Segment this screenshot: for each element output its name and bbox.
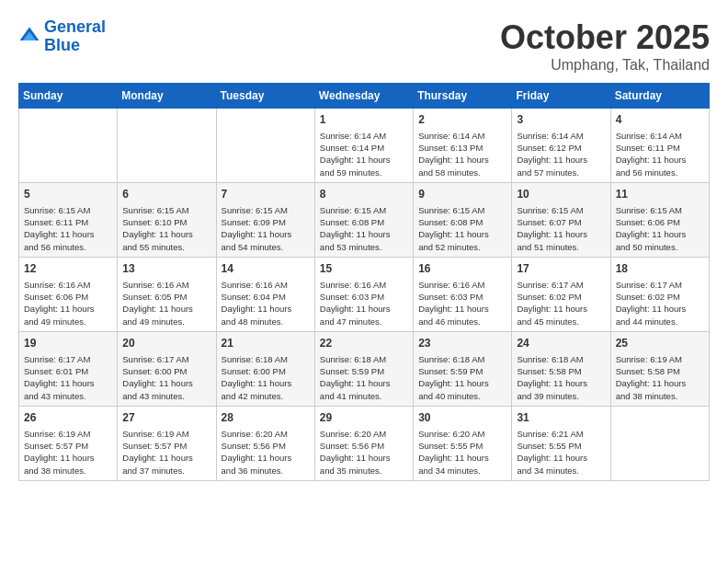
day-info: Sunrise: 6:19 AM Sunset: 5:57 PM Dayligh… — [24, 428, 112, 477]
day-header-friday: Friday — [512, 84, 610, 109]
calendar-cell: 25Sunrise: 6:19 AM Sunset: 5:58 PM Dayli… — [610, 331, 709, 406]
day-number: 29 — [320, 410, 408, 426]
day-header-wednesday: Wednesday — [314, 84, 413, 109]
day-number: 18 — [616, 261, 704, 277]
day-info: Sunrise: 6:14 AM Sunset: 6:14 PM Dayligh… — [320, 130, 408, 178]
calendar-cell: 15Sunrise: 6:16 AM Sunset: 6:03 PM Dayli… — [314, 257, 413, 331]
day-number: 19 — [24, 336, 112, 351]
day-header-saturday: Saturday — [610, 84, 709, 109]
calendar-cell: 23Sunrise: 6:18 AM Sunset: 5:59 PM Dayli… — [414, 331, 512, 406]
day-number: 2 — [418, 112, 506, 128]
day-header-monday: Monday — [118, 84, 216, 109]
logo-icon — [18, 26, 40, 48]
day-info: Sunrise: 6:16 AM Sunset: 6:03 PM Dayligh… — [418, 279, 506, 327]
day-info: Sunrise: 6:15 AM Sunset: 6:06 PM Dayligh… — [616, 204, 704, 253]
day-info: Sunrise: 6:17 AM Sunset: 6:01 PM Dayligh… — [24, 353, 112, 402]
calendar-cell: 2Sunrise: 6:14 AM Sunset: 6:13 PM Daylig… — [414, 109, 512, 183]
calendar-cell: 26Sunrise: 6:19 AM Sunset: 5:57 PM Dayli… — [19, 406, 118, 480]
logo-text: General Blue — [44, 18, 106, 55]
day-header-sunday: Sunday — [19, 84, 118, 109]
day-info: Sunrise: 6:19 AM Sunset: 5:58 PM Dayligh… — [616, 353, 704, 402]
day-info: Sunrise: 6:14 AM Sunset: 6:13 PM Dayligh… — [418, 130, 506, 178]
day-number: 8 — [320, 187, 408, 202]
day-info: Sunrise: 6:20 AM Sunset: 5:55 PM Dayligh… — [418, 428, 506, 477]
day-info: Sunrise: 6:15 AM Sunset: 6:08 PM Dayligh… — [418, 204, 506, 253]
calendar-cell: 20Sunrise: 6:17 AM Sunset: 6:00 PM Dayli… — [118, 331, 216, 406]
calendar-cell: 7Sunrise: 6:15 AM Sunset: 6:09 PM Daylig… — [216, 182, 314, 257]
page-header: General Blue October 2025 Umphang, Tak, … — [18, 18, 710, 74]
calendar-cell: 10Sunrise: 6:15 AM Sunset: 6:07 PM Dayli… — [512, 182, 610, 257]
day-number: 15 — [320, 261, 408, 277]
day-info: Sunrise: 6:15 AM Sunset: 6:10 PM Dayligh… — [122, 204, 210, 253]
calendar-cell: 5Sunrise: 6:15 AM Sunset: 6:11 PM Daylig… — [19, 182, 118, 257]
calendar-cell: 21Sunrise: 6:18 AM Sunset: 6:00 PM Dayli… — [216, 331, 314, 406]
day-info: Sunrise: 6:18 AM Sunset: 5:58 PM Dayligh… — [517, 353, 605, 402]
calendar-cell: 9Sunrise: 6:15 AM Sunset: 6:08 PM Daylig… — [414, 182, 512, 257]
calendar-cell: 31Sunrise: 6:21 AM Sunset: 5:55 PM Dayli… — [512, 406, 610, 480]
day-header-tuesday: Tuesday — [216, 84, 314, 109]
day-info: Sunrise: 6:16 AM Sunset: 6:03 PM Dayligh… — [320, 279, 408, 327]
day-info: Sunrise: 6:17 AM Sunset: 6:02 PM Dayligh… — [517, 279, 605, 327]
day-number: 28 — [222, 410, 310, 426]
day-info: Sunrise: 6:14 AM Sunset: 6:12 PM Dayligh… — [517, 130, 605, 178]
day-number: 10 — [517, 187, 605, 202]
calendar-cell: 19Sunrise: 6:17 AM Sunset: 6:01 PM Dayli… — [19, 331, 118, 406]
day-number: 6 — [122, 187, 210, 202]
calendar-cell: 13Sunrise: 6:16 AM Sunset: 6:05 PM Dayli… — [118, 257, 216, 331]
day-info: Sunrise: 6:20 AM Sunset: 5:56 PM Dayligh… — [320, 428, 408, 477]
calendar-table: SundayMondayTuesdayWednesdayThursdayFrid… — [18, 83, 710, 481]
calendar-cell: 22Sunrise: 6:18 AM Sunset: 5:59 PM Dayli… — [314, 331, 413, 406]
day-info: Sunrise: 6:14 AM Sunset: 6:11 PM Dayligh… — [616, 130, 704, 178]
month-title: October 2025 — [500, 18, 710, 57]
day-number: 9 — [418, 187, 506, 202]
day-number: 21 — [222, 336, 310, 351]
day-info: Sunrise: 6:17 AM Sunset: 6:00 PM Dayligh… — [122, 353, 210, 402]
day-number: 30 — [418, 410, 506, 426]
day-header-thursday: Thursday — [414, 84, 512, 109]
day-number: 1 — [320, 112, 408, 128]
calendar-cell: 16Sunrise: 6:16 AM Sunset: 6:03 PM Dayli… — [414, 257, 512, 331]
logo: General Blue — [18, 18, 106, 55]
calendar-cell: 29Sunrise: 6:20 AM Sunset: 5:56 PM Dayli… — [314, 406, 413, 480]
day-info: Sunrise: 6:15 AM Sunset: 6:09 PM Dayligh… — [222, 204, 310, 253]
calendar-cell: 14Sunrise: 6:16 AM Sunset: 6:04 PM Dayli… — [216, 257, 314, 331]
day-number: 14 — [222, 261, 310, 277]
calendar-cell — [216, 109, 314, 183]
calendar-cell: 27Sunrise: 6:19 AM Sunset: 5:57 PM Dayli… — [118, 406, 216, 480]
title-block: October 2025 Umphang, Tak, Thailand — [500, 18, 710, 74]
day-number: 20 — [122, 336, 210, 351]
calendar-cell: 4Sunrise: 6:14 AM Sunset: 6:11 PM Daylig… — [610, 109, 709, 183]
day-number: 27 — [122, 410, 210, 426]
day-info: Sunrise: 6:16 AM Sunset: 6:05 PM Dayligh… — [122, 279, 210, 327]
day-info: Sunrise: 6:20 AM Sunset: 5:56 PM Dayligh… — [222, 428, 310, 477]
day-number: 13 — [122, 261, 210, 277]
day-number: 16 — [418, 261, 506, 277]
calendar-cell: 24Sunrise: 6:18 AM Sunset: 5:58 PM Dayli… — [512, 331, 610, 406]
day-info: Sunrise: 6:19 AM Sunset: 5:57 PM Dayligh… — [122, 428, 210, 477]
calendar-cell: 30Sunrise: 6:20 AM Sunset: 5:55 PM Dayli… — [414, 406, 512, 480]
day-info: Sunrise: 6:15 AM Sunset: 6:11 PM Dayligh… — [24, 204, 112, 253]
day-number: 5 — [24, 187, 112, 202]
calendar-cell: 12Sunrise: 6:16 AM Sunset: 6:06 PM Dayli… — [19, 257, 118, 331]
day-number: 12 — [24, 261, 112, 277]
day-info: Sunrise: 6:15 AM Sunset: 6:07 PM Dayligh… — [517, 204, 605, 253]
calendar-cell — [610, 406, 709, 480]
day-info: Sunrise: 6:16 AM Sunset: 6:04 PM Dayligh… — [222, 279, 310, 327]
day-number: 22 — [320, 336, 408, 351]
calendar-cell — [118, 109, 216, 183]
day-number: 24 — [517, 336, 605, 351]
day-number: 7 — [222, 187, 310, 202]
day-number: 25 — [616, 336, 704, 351]
day-number: 3 — [517, 112, 605, 128]
day-number: 17 — [517, 261, 605, 277]
calendar-cell: 18Sunrise: 6:17 AM Sunset: 6:02 PM Dayli… — [610, 257, 709, 331]
calendar-cell: 17Sunrise: 6:17 AM Sunset: 6:02 PM Dayli… — [512, 257, 610, 331]
calendar-cell: 28Sunrise: 6:20 AM Sunset: 5:56 PM Dayli… — [216, 406, 314, 480]
day-number: 31 — [517, 410, 605, 426]
calendar-cell — [19, 109, 118, 183]
day-number: 4 — [616, 112, 704, 128]
day-info: Sunrise: 6:17 AM Sunset: 6:02 PM Dayligh… — [616, 279, 704, 327]
calendar-cell: 3Sunrise: 6:14 AM Sunset: 6:12 PM Daylig… — [512, 109, 610, 183]
location-subtitle: Umphang, Tak, Thailand — [500, 57, 710, 74]
day-number: 26 — [24, 410, 112, 426]
